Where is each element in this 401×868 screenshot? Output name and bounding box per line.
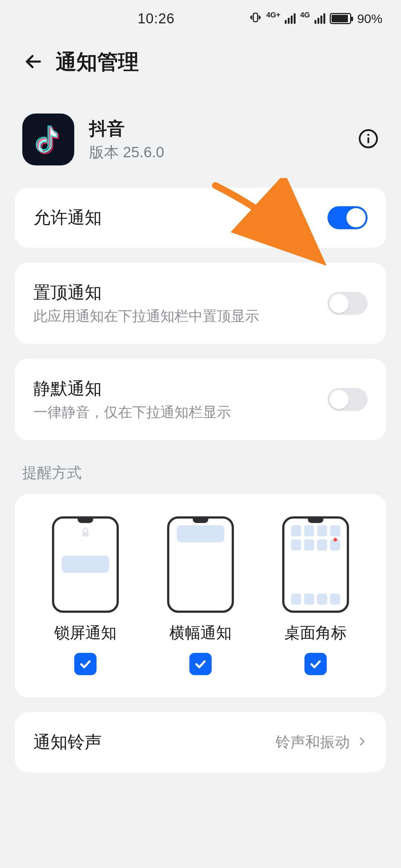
signal-1-bars	[285, 13, 296, 24]
app-version: 版本 25.6.0	[89, 142, 343, 162]
mode-lockscreen-label: 锁屏通知	[54, 622, 117, 643]
mode-badge[interactable]: 桌面角标	[260, 516, 371, 675]
mode-badge-label: 桌面角标	[284, 622, 347, 643]
lock-icon	[79, 526, 92, 540]
mode-badge-preview	[282, 516, 349, 613]
checkbox-lockscreen[interactable]	[74, 653, 97, 675]
battery-icon	[330, 13, 351, 24]
row-pin-sub: 此应用通知在下拉通知栏中置顶显示	[33, 307, 316, 325]
row-pin-title: 置顶通知	[33, 281, 316, 304]
checkbox-banner[interactable]	[189, 653, 212, 675]
toggle-silent-notifications[interactable]	[327, 388, 368, 411]
status-time: 10:26	[137, 11, 175, 27]
app-icon	[22, 114, 74, 165]
battery-percent: 90%	[357, 11, 382, 26]
row-ringtone-value: 铃声和振动	[276, 732, 350, 752]
toggle-allow-notifications[interactable]	[327, 206, 368, 229]
info-button[interactable]	[358, 128, 379, 151]
status-time-wrap: 10:26	[19, 11, 249, 27]
page-header: 通知管理	[0, 37, 401, 91]
mode-lockscreen-preview	[52, 516, 119, 613]
section-reminder-label: 提醒方式	[0, 455, 401, 494]
status-indicators: 4G+ 4G 90%	[249, 11, 382, 26]
mode-banner-preview	[167, 516, 234, 613]
row-allow-notifications[interactable]: 允许通知	[15, 188, 386, 248]
vibrate-icon	[249, 11, 262, 26]
row-ringtone-title: 通知铃声	[33, 731, 264, 754]
card-allow-notifications: 允许通知	[15, 188, 386, 248]
card-pin-notifications: 置顶通知 此应用通知在下拉通知栏中置顶显示	[15, 263, 386, 344]
checkbox-badge[interactable]	[304, 653, 327, 675]
toggle-pin-notifications[interactable]	[327, 292, 368, 315]
svg-rect-4	[82, 532, 89, 536]
row-silent-notifications[interactable]: 静默通知 一律静音，仅在下拉通知栏显示	[15, 359, 386, 440]
row-silent-title: 静默通知	[33, 377, 316, 400]
card-reminder-modes: 锁屏通知 横幅通知	[15, 494, 386, 697]
row-pin-notifications[interactable]: 置顶通知 此应用通知在下拉通知栏中置顶显示	[15, 263, 386, 344]
mode-banner[interactable]: 横幅通知	[145, 516, 256, 675]
app-name: 抖音	[89, 117, 343, 141]
mode-lockscreen[interactable]: 锁屏通知	[30, 516, 141, 675]
page-title: 通知管理	[56, 48, 139, 76]
svg-point-3	[367, 134, 369, 136]
status-bar: 10:26 4G+ 4G 90%	[0, 0, 401, 37]
mode-banner-label: 横幅通知	[169, 622, 232, 643]
chevron-right-icon	[356, 736, 368, 749]
svg-rect-0	[253, 13, 257, 22]
row-silent-sub: 一律静音，仅在下拉通知栏显示	[33, 403, 316, 421]
card-ringtone: 通知铃声 铃声和振动	[15, 712, 386, 772]
signal-2-label: 4G	[300, 11, 310, 19]
row-allow-title: 允许通知	[33, 206, 316, 229]
card-silent-notifications: 静默通知 一律静音，仅在下拉通知栏显示	[15, 359, 386, 440]
app-info-row: 抖音 版本 25.6.0	[0, 91, 401, 188]
signal-1-label: 4G+	[266, 11, 280, 19]
app-meta: 抖音 版本 25.6.0	[89, 117, 343, 162]
signal-2-bars	[314, 13, 325, 24]
back-button[interactable]	[22, 50, 45, 74]
row-ringtone[interactable]: 通知铃声 铃声和振动	[15, 712, 386, 772]
